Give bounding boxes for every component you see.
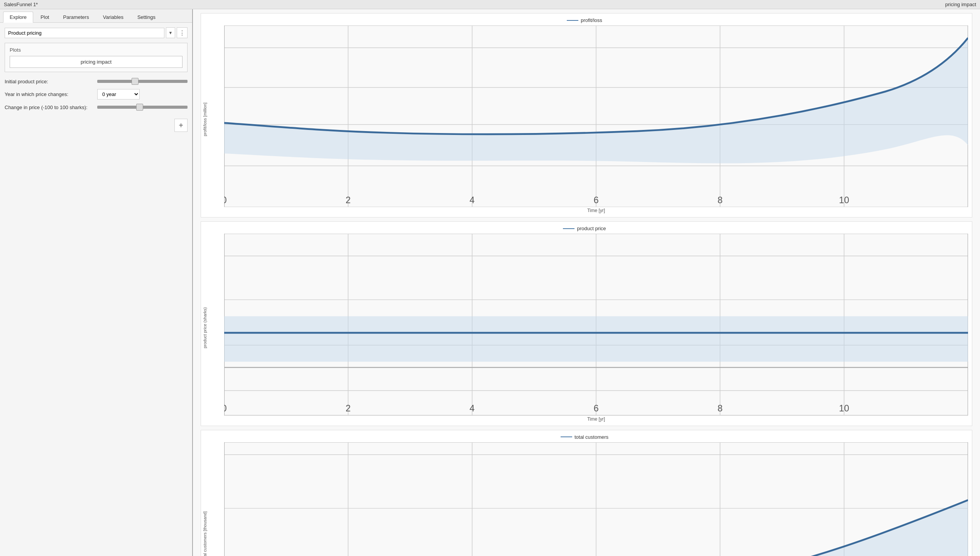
initial-price-slider[interactable] xyxy=(97,78,188,85)
total-customers-title-row: total customers xyxy=(201,434,968,440)
slider-thumb-2[interactable] xyxy=(136,104,143,111)
svg-text:10: 10 xyxy=(839,195,849,205)
year-price-changes-select[interactable]: 0 year 1 year 2 year 5 year xyxy=(97,89,140,99)
svg-text:6: 6 xyxy=(593,403,598,413)
profit-loss-chart: profit/loss profit/loss [million] xyxy=(201,13,972,217)
product-price-svg: 200 150 100 50 0 2 4 6 8 10 xyxy=(224,234,968,415)
param-change-price-label: Change in price (-100 to 100 sharks): xyxy=(5,104,97,110)
product-price-chart-area: product price (sharks) xyxy=(201,234,968,421)
dropdown-arrow-icon[interactable]: ▼ xyxy=(166,27,175,38)
tab-parameters[interactable]: Parameters xyxy=(56,12,95,22)
product-price-svg-wrap: 200 150 100 50 0 2 4 6 8 10 Time [yr] xyxy=(224,234,968,421)
param-year-price-changes-row: Year in which price changes: 0 year 1 ye… xyxy=(5,89,188,99)
left-panel: Explore Plot Parameters Variables Settin… xyxy=(0,9,193,556)
add-button[interactable]: + xyxy=(174,119,188,132)
total-customers-title: total customers xyxy=(574,434,608,440)
tabs-bar: Explore Plot Parameters Variables Settin… xyxy=(0,9,192,23)
svg-text:4: 4 xyxy=(470,403,475,413)
product-price-title-row: product price xyxy=(201,226,968,231)
total-customers-chart: total customers total customers [thousan… xyxy=(201,430,972,556)
tab-explore[interactable]: Explore xyxy=(3,12,33,23)
menu-dots-button[interactable]: ⋮ xyxy=(177,27,188,38)
title-bar-right: pricing impact xyxy=(945,2,976,7)
total-customers-svg: 400 200 0 0 2 4 6 8 10 xyxy=(224,442,968,556)
profit-loss-y-label: profit/loss [million] xyxy=(201,25,224,213)
product-price-legend-line xyxy=(563,228,574,229)
left-content: Product pricing ▼ ⋮ Plots pricing impact… xyxy=(0,23,192,556)
total-customers-legend-line xyxy=(561,436,572,437)
pricing-impact-plot-button[interactable]: pricing impact xyxy=(10,56,182,68)
svg-text:0: 0 xyxy=(224,195,227,205)
total-customers-chart-area: total customers [thousand] xyxy=(201,442,968,556)
param-initial-price-label: Initial product price: xyxy=(5,79,97,84)
svg-text:10: 10 xyxy=(839,403,849,413)
svg-rect-36 xyxy=(224,317,968,362)
param-year-price-changes-label: Year in which price changes: xyxy=(5,91,97,97)
svg-text:6: 6 xyxy=(593,195,598,205)
change-price-slider[interactable] xyxy=(97,103,188,111)
profit-loss-chart-area: profit/loss [million] xyxy=(201,25,968,213)
tab-plot[interactable]: Plot xyxy=(34,12,56,22)
product-price-x-label: Time [yr] xyxy=(224,416,968,422)
title-bar: SalesFunnel 1* pricing impact xyxy=(0,0,980,9)
tab-variables[interactable]: Variables xyxy=(96,12,130,22)
profit-loss-legend-line xyxy=(567,20,578,21)
svg-text:4: 4 xyxy=(470,195,475,205)
total-customers-svg-wrap: 400 200 0 0 2 4 6 8 10 Time [yr] xyxy=(224,442,968,556)
param-initial-price-row: Initial product price: xyxy=(5,78,188,85)
tab-settings[interactable]: Settings xyxy=(131,12,162,22)
total-customers-y-label: total customers [thousand] xyxy=(201,442,224,556)
plots-box: Plots pricing impact xyxy=(5,43,188,72)
plots-label: Plots xyxy=(10,47,182,53)
slider-track xyxy=(97,80,188,83)
profit-loss-svg: 10 5 0 -5 0 2 4 6 8 10 xyxy=(224,25,968,207)
product-price-chart: product price product price (sharks) xyxy=(201,221,972,426)
dropdown-row: Product pricing ▼ ⋮ xyxy=(5,27,188,38)
svg-text:8: 8 xyxy=(718,403,723,413)
product-price-title: product price xyxy=(577,226,606,231)
param-change-price-row: Change in price (-100 to 100 sharks): xyxy=(5,103,188,111)
profit-loss-svg-wrap: 10 5 0 -5 0 2 4 6 8 10 Time [yr] xyxy=(224,25,968,213)
title-bar-left: SalesFunnel 1* xyxy=(4,2,38,7)
profit-loss-x-label: Time [yr] xyxy=(224,208,968,213)
main-container: Explore Plot Parameters Variables Settin… xyxy=(0,9,980,556)
svg-text:0: 0 xyxy=(224,403,227,413)
slider-thumb[interactable] xyxy=(132,78,139,85)
profit-loss-title-row: profit/loss xyxy=(201,17,968,23)
profit-loss-title: profit/loss xyxy=(581,17,602,23)
right-panel: profit/loss profit/loss [million] xyxy=(193,9,980,556)
svg-text:2: 2 xyxy=(346,195,351,205)
svg-text:8: 8 xyxy=(718,195,723,205)
product-pricing-select[interactable]: Product pricing xyxy=(5,28,164,38)
product-price-y-label: product price (sharks) xyxy=(201,234,224,421)
svg-text:2: 2 xyxy=(346,403,351,413)
